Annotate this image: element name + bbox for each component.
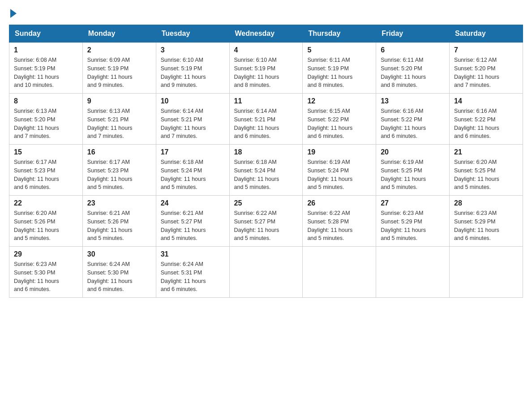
day-number: 21: [454, 148, 518, 156]
day-info: Sunrise: 6:21 AM Sunset: 5:26 PM Dayligh…: [87, 209, 151, 243]
day-number: 10: [161, 97, 225, 105]
day-info: Sunrise: 6:17 AM Sunset: 5:23 PM Dayligh…: [14, 158, 78, 192]
calendar-cell: 3 Sunrise: 6:10 AM Sunset: 5:19 PM Dayli…: [156, 43, 229, 94]
calendar-cell: 28 Sunrise: 6:23 AM Sunset: 5:29 PM Dayl…: [450, 196, 523, 247]
calendar-cell: 23 Sunrise: 6:21 AM Sunset: 5:26 PM Dayl…: [82, 196, 156, 247]
calendar-cell: 9 Sunrise: 6:13 AM Sunset: 5:21 PM Dayli…: [82, 94, 156, 145]
calendar-cell: 5 Sunrise: 6:11 AM Sunset: 5:19 PM Dayli…: [303, 43, 376, 94]
day-of-week-header: Thursday: [303, 25, 376, 43]
calendar-cell: 1 Sunrise: 6:08 AM Sunset: 5:19 PM Dayli…: [9, 43, 83, 94]
calendar-cell: 7 Sunrise: 6:12 AM Sunset: 5:20 PM Dayli…: [450, 43, 523, 94]
calendar-cell: 4 Sunrise: 6:10 AM Sunset: 5:19 PM Dayli…: [229, 43, 303, 94]
day-info: Sunrise: 6:20 AM Sunset: 5:26 PM Dayligh…: [14, 209, 78, 243]
day-of-week-header: Wednesday: [229, 25, 303, 43]
page-header: [9, 9, 523, 16]
day-number: 27: [381, 199, 445, 207]
day-info: Sunrise: 6:10 AM Sunset: 5:19 PM Dayligh…: [234, 56, 298, 90]
day-info: Sunrise: 6:18 AM Sunset: 5:24 PM Dayligh…: [234, 158, 298, 192]
calendar-week-row: 8 Sunrise: 6:13 AM Sunset: 5:20 PM Dayli…: [9, 94, 523, 145]
calendar-week-row: 29 Sunrise: 6:23 AM Sunset: 5:30 PM Dayl…: [9, 247, 523, 298]
calendar-cell: 31 Sunrise: 6:24 AM Sunset: 5:31 PM Dayl…: [156, 247, 229, 298]
calendar-cell: [229, 247, 303, 298]
calendar-header-row: SundayMondayTuesdayWednesdayThursdayFrid…: [9, 25, 523, 43]
calendar-cell: 21 Sunrise: 6:20 AM Sunset: 5:25 PM Dayl…: [450, 145, 523, 196]
day-of-week-header: Friday: [376, 25, 450, 43]
day-number: 29: [14, 250, 78, 258]
day-info: Sunrise: 6:17 AM Sunset: 5:23 PM Dayligh…: [87, 158, 151, 192]
calendar-cell: [303, 247, 376, 298]
day-info: Sunrise: 6:14 AM Sunset: 5:21 PM Dayligh…: [161, 107, 225, 141]
day-number: 11: [234, 97, 298, 105]
calendar-cell: [450, 247, 523, 298]
day-info: Sunrise: 6:24 AM Sunset: 5:30 PM Dayligh…: [87, 260, 151, 294]
day-info: Sunrise: 6:18 AM Sunset: 5:24 PM Dayligh…: [161, 158, 225, 192]
day-number: 24: [161, 199, 225, 207]
day-number: 28: [454, 199, 518, 207]
day-number: 3: [161, 46, 225, 54]
calendar-cell: 14 Sunrise: 6:16 AM Sunset: 5:22 PM Dayl…: [450, 94, 523, 145]
day-info: Sunrise: 6:16 AM Sunset: 5:22 PM Dayligh…: [381, 107, 445, 141]
day-number: 30: [87, 250, 151, 258]
calendar-cell: 11 Sunrise: 6:14 AM Sunset: 5:21 PM Dayl…: [229, 94, 303, 145]
day-info: Sunrise: 6:13 AM Sunset: 5:21 PM Dayligh…: [87, 107, 151, 141]
day-info: Sunrise: 6:22 AM Sunset: 5:27 PM Dayligh…: [234, 209, 298, 243]
day-number: 7: [454, 46, 518, 54]
day-number: 16: [87, 148, 151, 156]
calendar-cell: 18 Sunrise: 6:18 AM Sunset: 5:24 PM Dayl…: [229, 145, 303, 196]
day-number: 15: [14, 148, 78, 156]
day-number: 9: [87, 97, 151, 105]
day-number: 23: [87, 199, 151, 207]
day-number: 12: [307, 97, 371, 105]
calendar-week-row: 1 Sunrise: 6:08 AM Sunset: 5:19 PM Dayli…: [9, 43, 523, 94]
day-info: Sunrise: 6:09 AM Sunset: 5:19 PM Dayligh…: [87, 56, 151, 90]
day-info: Sunrise: 6:23 AM Sunset: 5:30 PM Dayligh…: [14, 260, 78, 294]
calendar-cell: 16 Sunrise: 6:17 AM Sunset: 5:23 PM Dayl…: [82, 145, 156, 196]
calendar-cell: 30 Sunrise: 6:24 AM Sunset: 5:30 PM Dayl…: [82, 247, 156, 298]
calendar-week-row: 22 Sunrise: 6:20 AM Sunset: 5:26 PM Dayl…: [9, 196, 523, 247]
day-info: Sunrise: 6:19 AM Sunset: 5:25 PM Dayligh…: [381, 158, 445, 192]
calendar-cell: 20 Sunrise: 6:19 AM Sunset: 5:25 PM Dayl…: [376, 145, 450, 196]
day-number: 18: [234, 148, 298, 156]
day-number: 20: [381, 148, 445, 156]
logo-arrow-icon: [10, 9, 17, 18]
day-number: 6: [381, 46, 445, 54]
calendar-cell: 19 Sunrise: 6:19 AM Sunset: 5:24 PM Dayl…: [303, 145, 376, 196]
day-info: Sunrise: 6:14 AM Sunset: 5:21 PM Dayligh…: [234, 107, 298, 141]
calendar-cell: 2 Sunrise: 6:09 AM Sunset: 5:19 PM Dayli…: [82, 43, 156, 94]
logo: [9, 9, 17, 16]
day-info: Sunrise: 6:21 AM Sunset: 5:27 PM Dayligh…: [161, 209, 225, 243]
day-info: Sunrise: 6:23 AM Sunset: 5:29 PM Dayligh…: [381, 209, 445, 243]
day-number: 31: [161, 250, 225, 258]
day-of-week-header: Monday: [82, 25, 156, 43]
calendar-cell: 6 Sunrise: 6:11 AM Sunset: 5:20 PM Dayli…: [376, 43, 450, 94]
day-number: 5: [307, 46, 371, 54]
calendar-cell: 17 Sunrise: 6:18 AM Sunset: 5:24 PM Dayl…: [156, 145, 229, 196]
day-info: Sunrise: 6:15 AM Sunset: 5:22 PM Dayligh…: [307, 107, 371, 141]
day-info: Sunrise: 6:10 AM Sunset: 5:19 PM Dayligh…: [161, 56, 225, 90]
day-of-week-header: Saturday: [450, 25, 523, 43]
calendar-cell: 22 Sunrise: 6:20 AM Sunset: 5:26 PM Dayl…: [9, 196, 83, 247]
day-info: Sunrise: 6:20 AM Sunset: 5:25 PM Dayligh…: [454, 158, 518, 192]
day-info: Sunrise: 6:13 AM Sunset: 5:20 PM Dayligh…: [14, 107, 78, 141]
calendar-table: SundayMondayTuesdayWednesdayThursdayFrid…: [9, 25, 523, 298]
day-info: Sunrise: 6:16 AM Sunset: 5:22 PM Dayligh…: [454, 107, 518, 141]
day-info: Sunrise: 6:24 AM Sunset: 5:31 PM Dayligh…: [161, 260, 225, 294]
day-of-week-header: Tuesday: [156, 25, 229, 43]
calendar-cell: 27 Sunrise: 6:23 AM Sunset: 5:29 PM Dayl…: [376, 196, 450, 247]
calendar-cell: 15 Sunrise: 6:17 AM Sunset: 5:23 PM Dayl…: [9, 145, 83, 196]
day-number: 4: [234, 46, 298, 54]
day-info: Sunrise: 6:12 AM Sunset: 5:20 PM Dayligh…: [454, 56, 518, 90]
calendar-cell: 25 Sunrise: 6:22 AM Sunset: 5:27 PM Dayl…: [229, 196, 303, 247]
day-number: 8: [14, 97, 78, 105]
calendar-cell: 12 Sunrise: 6:15 AM Sunset: 5:22 PM Dayl…: [303, 94, 376, 145]
calendar-cell: [376, 247, 450, 298]
day-info: Sunrise: 6:11 AM Sunset: 5:20 PM Dayligh…: [381, 56, 445, 90]
day-number: 13: [381, 97, 445, 105]
day-number: 17: [161, 148, 225, 156]
calendar-cell: 13 Sunrise: 6:16 AM Sunset: 5:22 PM Dayl…: [376, 94, 450, 145]
calendar-cell: 10 Sunrise: 6:14 AM Sunset: 5:21 PM Dayl…: [156, 94, 229, 145]
day-number: 2: [87, 46, 151, 54]
day-number: 19: [307, 148, 371, 156]
day-info: Sunrise: 6:11 AM Sunset: 5:19 PM Dayligh…: [307, 56, 371, 90]
day-info: Sunrise: 6:23 AM Sunset: 5:29 PM Dayligh…: [454, 209, 518, 243]
